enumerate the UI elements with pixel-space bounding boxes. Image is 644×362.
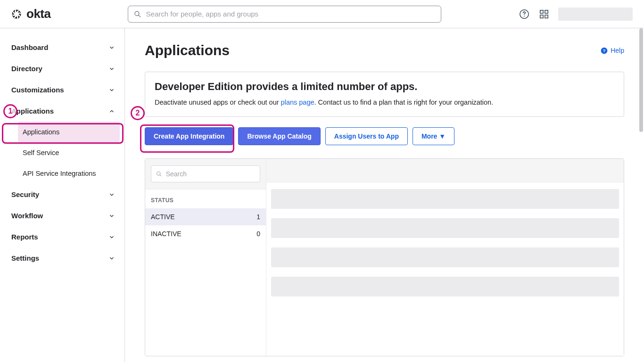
chevron-up-icon: [108, 108, 115, 115]
filter-sidebar: STATUS ACTIVE 1 INACTIVE 0: [145, 159, 266, 356]
status-filter-inactive[interactable]: INACTIVE 0: [145, 225, 266, 242]
main-content: Applications ? Help Developer Edition pr…: [125, 28, 644, 362]
svg-line-11: [18, 16, 20, 18]
svg-text:?: ?: [603, 48, 606, 53]
search-icon: [134, 10, 141, 18]
sidebar-subitem-self-service[interactable]: Self Service: [18, 142, 120, 163]
sidebar-item-dashboard[interactable]: Dashboard: [7, 37, 120, 58]
help-icon-button[interactable]: [519, 8, 530, 20]
svg-line-9: [19, 11, 21, 13]
svg-line-15: [14, 10, 16, 12]
chevron-down-icon: [108, 255, 115, 262]
help-filled-icon: ?: [601, 47, 608, 54]
sunburst-icon: [11, 9, 22, 19]
apps-search-input[interactable]: [166, 170, 255, 178]
svg-line-27: [160, 174, 161, 176]
brand-logo[interactable]: okta: [11, 7, 50, 21]
svg-point-26: [157, 172, 160, 175]
grid-icon: [539, 9, 549, 19]
browse-app-catalog-button[interactable]: Browse App Catalog: [238, 127, 320, 145]
status-header: STATUS: [145, 189, 266, 208]
list-skeleton-row: [271, 247, 619, 267]
notice-title: Developer Edition provides a limited num…: [155, 81, 614, 93]
status-filter-active[interactable]: ACTIVE 1: [145, 208, 266, 225]
sidebar-item-label: Applications: [11, 107, 54, 115]
sidebar-item-label: Reports: [11, 233, 38, 241]
more-button[interactable]: More ▼: [413, 127, 454, 145]
svg-line-17: [139, 15, 140, 16]
sidebar-subitem-api-service[interactable]: API Service Integrations: [18, 163, 120, 184]
sidebar-item-label: Settings: [11, 254, 39, 262]
page-title: Applications: [145, 42, 230, 58]
chevron-down-icon: [108, 44, 115, 51]
sidebar-item-settings[interactable]: Settings: [7, 247, 120, 269]
create-app-integration-button[interactable]: Create App Integration: [145, 127, 233, 145]
sidebar-nav: Dashboard Directory Customizations Appli…: [0, 28, 125, 362]
sidebar-item-workflow[interactable]: Workflow: [7, 205, 120, 226]
svg-line-13: [13, 15, 15, 17]
svg-rect-22: [540, 15, 543, 17]
apps-grid-button[interactable]: [538, 8, 550, 20]
list-skeleton-row: [271, 218, 619, 238]
global-search-input[interactable]: [146, 10, 436, 18]
sidebar-item-customizations[interactable]: Customizations: [7, 79, 120, 100]
brand-name: okta: [26, 7, 50, 21]
apps-list: [266, 159, 624, 356]
search-icon: [156, 171, 162, 177]
plans-page-link[interactable]: plans page: [281, 99, 314, 106]
sidebar-item-reports[interactable]: Reports: [7, 226, 120, 247]
scrollbar[interactable]: [639, 28, 643, 132]
action-buttons: Create App Integration Browse App Catalo…: [145, 127, 624, 145]
chevron-down-icon: [108, 87, 115, 93]
sidebar-item-label: Security: [11, 190, 39, 198]
help-link[interactable]: ? Help: [601, 47, 624, 54]
app-header: okta: [0, 0, 644, 28]
sidebar-item-label: Workflow: [11, 212, 43, 220]
chevron-down-icon: [108, 234, 115, 240]
notice-text: Deactivate unused apps or check out our …: [155, 98, 614, 108]
help-circle-icon: [519, 9, 529, 19]
svg-rect-23: [545, 15, 548, 17]
sidebar-item-applications[interactable]: Applications: [7, 100, 120, 122]
sidebar-item-directory[interactable]: Directory: [7, 58, 120, 79]
profile-placeholder[interactable]: [558, 8, 633, 21]
sidebar-item-label: Dashboard: [11, 43, 48, 51]
svg-point-19: [524, 16, 525, 16]
list-skeleton-row: [271, 189, 619, 209]
chevron-down-icon: [108, 213, 115, 219]
edition-notice: Developer Edition provides a limited num…: [145, 72, 624, 117]
sidebar-item-label: Customizations: [11, 86, 64, 94]
sidebar-item-security[interactable]: Security: [7, 184, 120, 205]
chevron-down-icon: [108, 66, 115, 72]
sidebar-subitem-applications[interactable]: Applications: [18, 122, 120, 142]
svg-rect-21: [545, 10, 548, 13]
apps-panel: STATUS ACTIVE 1 INACTIVE 0: [145, 158, 624, 356]
chevron-down-icon: [108, 191, 115, 198]
global-search[interactable]: [128, 6, 441, 23]
svg-rect-20: [540, 10, 543, 13]
assign-users-button[interactable]: Assign Users to App: [325, 127, 408, 145]
apps-search[interactable]: [151, 165, 260, 182]
sidebar-item-label: Directory: [11, 65, 42, 73]
list-skeleton-row: [271, 277, 619, 296]
